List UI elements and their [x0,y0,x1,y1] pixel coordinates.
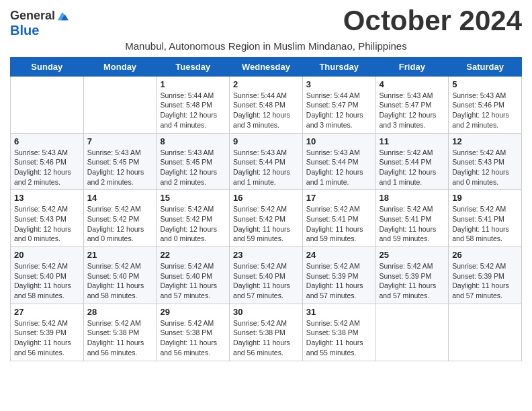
day-info: Sunrise: 5:42 AM Sunset: 5:41 PM Dayligh… [452,204,518,244]
calendar-day-cell: 4Sunrise: 5:43 AM Sunset: 5:47 PM Daylig… [375,76,449,133]
day-info: Sunrise: 5:42 AM Sunset: 5:38 PM Dayligh… [233,318,299,358]
calendar-day-cell: 14Sunrise: 5:42 AM Sunset: 5:42 PM Dayli… [83,190,157,247]
day-info: Sunrise: 5:43 AM Sunset: 5:44 PM Dayligh… [233,148,299,187]
logo-general: General [10,9,55,23]
day-number: 5 [452,79,518,89]
calendar-day-header: Tuesday [157,57,230,76]
day-info: Sunrise: 5:42 AM Sunset: 5:38 PM Dayligh… [306,318,372,358]
calendar-subtitle: Manubul, Autonomous Region in Muslim Min… [10,40,522,52]
day-info: Sunrise: 5:44 AM Sunset: 5:48 PM Dayligh… [233,91,299,130]
calendar-day-cell: 27Sunrise: 5:42 AM Sunset: 5:39 PM Dayli… [11,304,84,361]
calendar-day-cell [449,304,522,361]
calendar-day-cell: 6Sunrise: 5:43 AM Sunset: 5:46 PM Daylig… [11,133,84,190]
calendar-day-cell: 26Sunrise: 5:42 AM Sunset: 5:39 PM Dayli… [449,247,522,304]
calendar-day-cell: 28Sunrise: 5:42 AM Sunset: 5:38 PM Dayli… [83,304,157,361]
day-number: 22 [160,250,226,260]
day-number: 15 [160,193,226,203]
calendar-week-row: 20Sunrise: 5:42 AM Sunset: 5:40 PM Dayli… [11,247,522,304]
day-number: 31 [306,307,372,317]
day-number: 14 [87,193,153,203]
day-info: Sunrise: 5:43 AM Sunset: 5:47 PM Dayligh… [380,91,445,130]
calendar-day-cell: 20Sunrise: 5:42 AM Sunset: 5:40 PM Dayli… [11,247,84,304]
day-info: Sunrise: 5:42 AM Sunset: 5:39 PM Dayligh… [380,261,445,301]
calendar-day-cell: 16Sunrise: 5:42 AM Sunset: 5:42 PM Dayli… [230,190,303,247]
calendar-day-cell: 8Sunrise: 5:43 AM Sunset: 5:45 PM Daylig… [157,133,230,190]
calendar-day-header: Sunday [11,57,84,76]
day-info: Sunrise: 5:42 AM Sunset: 5:40 PM Dayligh… [87,261,153,301]
day-info: Sunrise: 5:42 AM Sunset: 5:41 PM Dayligh… [380,204,445,244]
day-number: 28 [87,307,153,317]
calendar-day-cell: 2Sunrise: 5:44 AM Sunset: 5:48 PM Daylig… [230,76,303,133]
calendar-day-cell: 7Sunrise: 5:43 AM Sunset: 5:45 PM Daylig… [83,133,157,190]
calendar-day-cell: 21Sunrise: 5:42 AM Sunset: 5:40 PM Dayli… [83,247,157,304]
month-title: October 2024 [343,7,522,35]
calendar-day-cell: 19Sunrise: 5:42 AM Sunset: 5:41 PM Dayli… [449,190,522,247]
day-info: Sunrise: 5:42 AM Sunset: 5:41 PM Dayligh… [306,204,372,244]
calendar-day-cell [11,76,84,133]
calendar-day-cell: 30Sunrise: 5:42 AM Sunset: 5:38 PM Dayli… [230,304,303,361]
day-number: 24 [306,250,372,260]
calendar-day-cell: 5Sunrise: 5:43 AM Sunset: 5:46 PM Daylig… [449,76,522,133]
calendar-day-cell: 18Sunrise: 5:42 AM Sunset: 5:41 PM Dayli… [375,190,449,247]
calendar-day-cell: 29Sunrise: 5:42 AM Sunset: 5:38 PM Dayli… [157,304,230,361]
day-number: 10 [306,136,372,146]
day-info: Sunrise: 5:42 AM Sunset: 5:43 PM Dayligh… [14,204,80,244]
day-number: 27 [14,307,80,317]
calendar-day-cell [375,304,449,361]
day-number: 26 [452,250,518,260]
day-number: 7 [87,136,153,146]
calendar-week-row: 6Sunrise: 5:43 AM Sunset: 5:46 PM Daylig… [11,133,522,190]
day-number: 11 [380,136,445,146]
day-info: Sunrise: 5:44 AM Sunset: 5:47 PM Dayligh… [306,91,372,130]
page-header: General Blue October 2024 [10,7,522,38]
day-number: 29 [160,307,226,317]
calendar-day-header: Wednesday [230,57,303,76]
day-number: 18 [380,193,445,203]
day-info: Sunrise: 5:43 AM Sunset: 5:45 PM Dayligh… [160,148,226,187]
day-info: Sunrise: 5:42 AM Sunset: 5:39 PM Dayligh… [14,318,80,358]
day-number: 6 [14,136,80,146]
calendar-day-cell: 23Sunrise: 5:42 AM Sunset: 5:40 PM Dayli… [230,247,303,304]
day-number: 13 [14,193,80,203]
day-number: 2 [233,79,299,89]
day-number: 25 [380,250,445,260]
day-info: Sunrise: 5:42 AM Sunset: 5:44 PM Dayligh… [380,148,445,187]
day-info: Sunrise: 5:42 AM Sunset: 5:39 PM Dayligh… [452,261,518,301]
day-info: Sunrise: 5:42 AM Sunset: 5:40 PM Dayligh… [160,261,226,301]
calendar-header-row: SundayMondayTuesdayWednesdayThursdayFrid… [11,57,522,76]
day-info: Sunrise: 5:44 AM Sunset: 5:48 PM Dayligh… [160,91,226,130]
day-number: 16 [233,193,299,203]
day-info: Sunrise: 5:42 AM Sunset: 5:40 PM Dayligh… [14,261,80,301]
calendar-day-cell: 9Sunrise: 5:43 AM Sunset: 5:44 PM Daylig… [230,133,303,190]
day-info: Sunrise: 5:43 AM Sunset: 5:44 PM Dayligh… [306,148,372,187]
calendar-day-cell: 12Sunrise: 5:42 AM Sunset: 5:43 PM Dayli… [449,133,522,190]
calendar-week-row: 27Sunrise: 5:42 AM Sunset: 5:39 PM Dayli… [11,304,522,361]
day-info: Sunrise: 5:42 AM Sunset: 5:42 PM Dayligh… [233,204,299,244]
day-info: Sunrise: 5:43 AM Sunset: 5:45 PM Dayligh… [87,148,153,187]
calendar-day-header: Monday [83,57,157,76]
calendar-week-row: 1Sunrise: 5:44 AM Sunset: 5:48 PM Daylig… [11,76,522,133]
calendar-day-cell: 3Sunrise: 5:44 AM Sunset: 5:47 PM Daylig… [302,76,375,133]
day-info: Sunrise: 5:43 AM Sunset: 5:46 PM Dayligh… [452,91,518,130]
logo: General Blue [10,9,69,38]
day-info: Sunrise: 5:42 AM Sunset: 5:42 PM Dayligh… [160,204,226,244]
calendar-day-cell: 13Sunrise: 5:42 AM Sunset: 5:43 PM Dayli… [11,190,84,247]
logo-icon [56,11,69,21]
day-info: Sunrise: 5:42 AM Sunset: 5:38 PM Dayligh… [87,318,153,358]
day-info: Sunrise: 5:43 AM Sunset: 5:46 PM Dayligh… [14,148,80,187]
day-info: Sunrise: 5:42 AM Sunset: 5:42 PM Dayligh… [87,204,153,244]
calendar-day-cell: 25Sunrise: 5:42 AM Sunset: 5:39 PM Dayli… [375,247,449,304]
calendar-day-cell: 22Sunrise: 5:42 AM Sunset: 5:40 PM Dayli… [157,247,230,304]
day-info: Sunrise: 5:42 AM Sunset: 5:38 PM Dayligh… [160,318,226,358]
day-number: 19 [452,193,518,203]
day-info: Sunrise: 5:42 AM Sunset: 5:39 PM Dayligh… [306,261,372,301]
day-info: Sunrise: 5:42 AM Sunset: 5:43 PM Dayligh… [452,148,518,187]
day-number: 30 [233,307,299,317]
day-number: 8 [160,136,226,146]
calendar-day-cell: 1Sunrise: 5:44 AM Sunset: 5:48 PM Daylig… [157,76,230,133]
day-number: 23 [233,250,299,260]
day-number: 12 [452,136,518,146]
day-info: Sunrise: 5:42 AM Sunset: 5:40 PM Dayligh… [233,261,299,301]
calendar-day-header: Friday [375,57,449,76]
day-number: 21 [87,250,153,260]
